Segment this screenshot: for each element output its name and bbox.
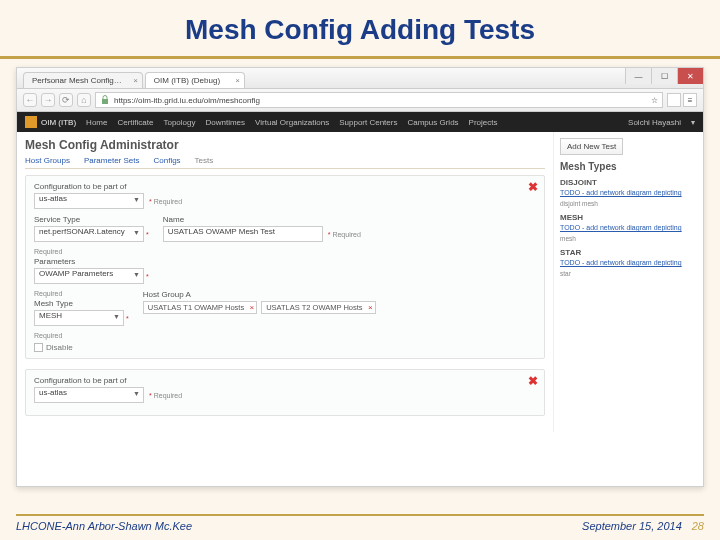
required-asterisk: *: [126, 315, 129, 322]
label-configuration: Configuration to be part of: [34, 376, 182, 385]
page-tabs: Host Groups Parameter Sets Configs Tests: [25, 156, 545, 169]
address-bar[interactable]: https://oim-itb.grid.iu.edu/oim/meshconf…: [95, 92, 663, 108]
addr-right: t ≡: [667, 93, 697, 107]
nav-projects[interactable]: Projects: [469, 118, 498, 127]
mesh-type-mesh-sub: mesh: [560, 235, 697, 242]
footer-left: LHCONE-Ann Arbor-Shawn Mc.Kee: [16, 520, 192, 532]
field-name: Name USATLAS OWAMP Mesh Test * Required: [163, 215, 361, 242]
select-configuration[interactable]: us-atlas: [34, 387, 144, 403]
nav-topology[interactable]: Topology: [163, 118, 195, 127]
page-title: Mesh Config Administrator: [25, 138, 545, 152]
field-host-group-a: Host Group A USATLAS T1 OWAMP Hosts × US…: [143, 290, 376, 326]
nav-virtual-orgs[interactable]: Virtual Organizations: [255, 118, 329, 127]
mesh-type-star-title: STAR: [560, 248, 697, 257]
field-mesh-type: Required Mesh Type MESH *: [34, 290, 129, 326]
field-service-type: Service Type net.perfSONAR.Latency *: [34, 215, 149, 242]
close-tab-icon[interactable]: ×: [235, 76, 240, 85]
svg-rect-0: [102, 99, 108, 104]
test-panel-1: ✖ Configuration to be part of us-atlas *…: [25, 175, 545, 359]
chrome-tab-0[interactable]: Perfsonar Mesh Config… ×: [23, 72, 143, 88]
input-value: USATLAS OWAMP Mesh Test: [168, 227, 275, 236]
nav-downtimes[interactable]: Downtimes: [206, 118, 246, 127]
footer-rule: [16, 514, 704, 516]
reload-icon[interactable]: ⟳: [59, 93, 73, 107]
select-configuration[interactable]: us-atlas: [34, 193, 144, 209]
address-row: ← → ⟳ ⌂ https://oim-itb.grid.iu.edu/oim/…: [17, 89, 703, 112]
chip-label: USATLAS T2 OWAMP Hosts: [266, 303, 362, 312]
browser-window: Perfsonar Mesh Config… × OIM (ITB) (Debu…: [16, 67, 704, 487]
label-mesh-type: Mesh Type: [34, 299, 129, 308]
input-name[interactable]: USATLAS OWAMP Mesh Test: [163, 226, 323, 242]
tab-parameter-sets[interactable]: Parameter Sets: [84, 156, 140, 168]
sidebar-heading: Mesh Types: [560, 161, 697, 172]
tab-configs[interactable]: Configs: [153, 156, 180, 168]
back-icon[interactable]: ←: [23, 93, 37, 107]
select-value: us-atlas: [39, 388, 67, 397]
label-name: Name: [163, 215, 361, 224]
window-maximize-icon[interactable]: ☐: [651, 68, 677, 84]
tab-tests[interactable]: Tests: [195, 156, 214, 168]
window-titlebar: Perfsonar Mesh Config… × OIM (ITB) (Debu…: [17, 68, 703, 89]
select-value: net.perfSONAR.Latency: [39, 227, 125, 236]
hint-required: * Required: [147, 198, 182, 205]
mesh-type-disjoint-link[interactable]: TODO - add network diagram depicting: [560, 189, 697, 196]
remove-test-icon[interactable]: ✖: [528, 180, 538, 194]
label-parameters: Parameters: [34, 257, 149, 266]
disable-checkbox[interactable]: [34, 343, 43, 352]
footer-page-number: 28: [692, 520, 704, 532]
nav-user[interactable]: Soichi Hayashi: [628, 118, 681, 127]
home-icon[interactable]: ⌂: [77, 93, 91, 107]
footer: LHCONE-Ann Arbor-Shawn Mc.Kee September …: [16, 520, 704, 532]
mesh-type-mesh-link[interactable]: TODO - add network diagram depicting: [560, 224, 697, 231]
mesh-type-star-link[interactable]: TODO - add network diagram depicting: [560, 259, 697, 266]
mesh-type-disjoint-sub: disjoint mesh: [560, 200, 697, 207]
select-value: OWAMP Parameters: [39, 269, 113, 278]
chip-host-group[interactable]: USATLAS T2 OWAMP Hosts ×: [261, 301, 375, 314]
app-topnav: OIM (ITB) Home Certificate Topology Down…: [17, 112, 703, 132]
select-value: us-atlas: [39, 194, 67, 203]
label-configuration: Configuration to be part of: [34, 182, 182, 191]
disable-row[interactable]: Disable: [34, 343, 536, 352]
chip-remove-icon[interactable]: ×: [249, 303, 254, 312]
test-panel-2: ✖ Configuration to be part of us-atlas *…: [25, 369, 545, 416]
nav-support-centers[interactable]: Support Centers: [339, 118, 397, 127]
chrome-tab-1[interactable]: OIM (ITB) (Debug) ×: [145, 72, 245, 88]
nav-campus-grids[interactable]: Campus Grids: [407, 118, 458, 127]
label-service-type: Service Type: [34, 215, 149, 224]
brand-logo-icon: [25, 116, 37, 128]
nav-home[interactable]: Home: [86, 118, 107, 127]
select-parameters[interactable]: OWAMP Parameters: [34, 268, 144, 284]
remove-test-icon[interactable]: ✖: [528, 374, 538, 388]
close-tab-icon[interactable]: ×: [133, 76, 138, 85]
brand[interactable]: OIM (ITB): [25, 116, 76, 128]
required-asterisk: *: [146, 231, 149, 238]
chip-remove-icon[interactable]: ×: [368, 303, 373, 312]
add-new-test-button[interactable]: Add New Test: [560, 138, 623, 155]
disable-label: Disable: [46, 343, 73, 352]
mesh-type-mesh-title: MESH: [560, 213, 697, 222]
field-configuration: Configuration to be part of us-atlas * R…: [34, 182, 182, 209]
select-value: MESH: [39, 311, 62, 320]
window-close-icon[interactable]: ✕: [677, 68, 703, 84]
mesh-type-star-sub: star: [560, 270, 697, 277]
chrome-tab-label: OIM (ITB) (Debug): [154, 76, 220, 85]
nav-certificate[interactable]: Certificate: [117, 118, 153, 127]
window-minimize-icon[interactable]: —: [625, 68, 651, 84]
required-asterisk: *: [146, 273, 149, 280]
page-body: Mesh Config Administrator Host Groups Pa…: [17, 132, 703, 432]
twitter-icon[interactable]: t: [667, 93, 681, 107]
footer-date: September 15, 2014: [582, 520, 682, 532]
forward-icon[interactable]: →: [41, 93, 55, 107]
select-service-type[interactable]: net.perfSONAR.Latency: [34, 226, 144, 242]
label-required-line3: Required: [34, 332, 536, 339]
chrome-tabs: Perfsonar Mesh Config… × OIM (ITB) (Debu…: [17, 68, 625, 88]
tab-host-groups[interactable]: Host Groups: [25, 156, 70, 168]
user-caret-icon[interactable]: ▾: [691, 118, 695, 127]
brand-text: OIM (ITB): [41, 118, 76, 127]
window-buttons: — ☐ ✕: [625, 68, 703, 84]
menu-icon[interactable]: ≡: [683, 93, 697, 107]
bookmark-star-icon[interactable]: ☆: [651, 96, 658, 105]
field-configuration: Configuration to be part of us-atlas * R…: [34, 376, 182, 403]
select-mesh-type[interactable]: MESH: [34, 310, 124, 326]
chip-host-group[interactable]: USATLAS T1 OWAMP Hosts ×: [143, 301, 257, 314]
